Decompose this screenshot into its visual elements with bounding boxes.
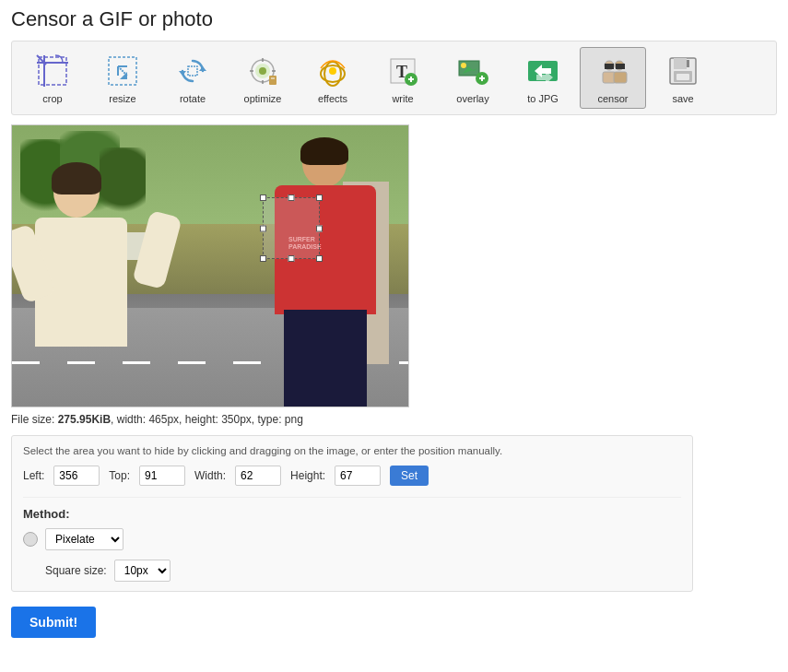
effects-icon [314,53,351,89]
handle-ml[interactable] [260,225,266,231]
write-icon: T [384,53,421,89]
handle-mr[interactable] [316,225,323,231]
svg-rect-42 [614,72,627,83]
method-select[interactable]: Pixelate Blur Black bar [45,528,123,550]
top-input[interactable] [139,466,185,486]
svg-rect-40 [605,64,614,69]
file-prefix: File size: [11,413,58,426]
top-label: Top: [109,469,130,482]
width-label: Width: [194,469,226,482]
svg-rect-48 [676,74,689,80]
effects-label: effects [318,93,347,104]
file-rest: , width: 465px, height: 350px, type: png [111,413,303,426]
set-button[interactable]: Set [390,466,429,486]
left-label: Left: [23,469,44,482]
submit-button[interactable]: Submit! [11,607,96,638]
left-input[interactable] [53,466,100,486]
file-info: File size: 275.95KiB, width: 465px, heig… [11,413,777,426]
svg-rect-47 [687,60,689,67]
overlay-icon [454,53,491,89]
handle-br[interactable] [316,255,323,262]
crop-icon [34,53,71,89]
height-input[interactable] [335,466,381,486]
tool-crop[interactable]: crop [19,47,86,109]
optimize-label: optimize [244,93,282,104]
handle-bl[interactable] [260,255,266,262]
square-select[interactable]: 10px 5px 15px 20px [114,560,171,582]
svg-marker-8 [199,66,206,71]
controls-panel: Select the area you want to hide by clic… [11,435,693,592]
file-size: 275.95KiB [58,413,111,426]
method-row: Pixelate Blur Black bar [23,528,681,550]
toolbar: crop resize rotate [11,41,777,115]
square-label: Square size: [45,564,107,577]
tool-write[interactable]: T write [370,47,436,109]
handle-bc[interactable] [288,255,295,262]
svg-rect-18 [269,76,276,85]
optimize-icon [244,53,281,89]
rotate-label: rotate [180,93,206,104]
method-label: Method: [23,507,681,521]
svg-marker-9 [179,71,186,76]
photo-canvas[interactable]: SURFERPARADISE [12,125,408,407]
svg-point-22 [329,67,336,75]
tool-censor[interactable]: censor [580,47,646,109]
svg-rect-10 [188,66,197,76]
tool-overlay[interactable]: overlay [440,47,506,109]
censor-label: censor [597,93,628,104]
censor-icon [594,53,631,89]
tool-save[interactable]: save [650,47,716,109]
handle-tr[interactable] [316,195,323,201]
write-label: write [392,93,413,104]
svg-point-13 [259,67,266,75]
handle-tc[interactable] [288,195,295,201]
resize-label: resize [109,93,135,104]
selection-box[interactable] [263,197,320,259]
width-input[interactable] [235,466,281,486]
tool-optimize[interactable]: optimize [229,47,296,109]
save-label: save [672,93,693,104]
svg-rect-43 [616,64,625,69]
tool-rotate[interactable]: rotate [159,47,226,109]
square-size-row: Square size: 10px 5px 15px 20px [45,560,681,582]
overlay-label: overlay [456,93,488,104]
method-radio[interactable] [23,532,38,547]
resize-icon [104,53,141,89]
image-container[interactable]: SURFERPARADISE [11,124,409,407]
position-row: Left: Top: Width: Height: Set [23,466,681,486]
hint-text: Select the area you want to hide by clic… [23,445,681,456]
method-section: Method: Pixelate Blur Black bar Square s… [23,497,681,582]
svg-rect-45 [674,58,687,69]
tool-effects[interactable]: effects [300,47,366,109]
tool-resize[interactable]: resize [89,47,156,109]
tojpg-icon [524,53,561,89]
handle-tl[interactable] [260,195,266,201]
page-title: Censor a GIF or photo [11,7,777,31]
height-label: Height: [290,469,325,482]
crop-label: crop [42,93,62,104]
save-icon [665,53,701,89]
tojpg-label: to JPG [527,93,559,104]
svg-point-30 [461,63,466,68]
tool-tojpg[interactable]: to JPG [510,47,576,109]
rotate-icon [174,53,211,89]
